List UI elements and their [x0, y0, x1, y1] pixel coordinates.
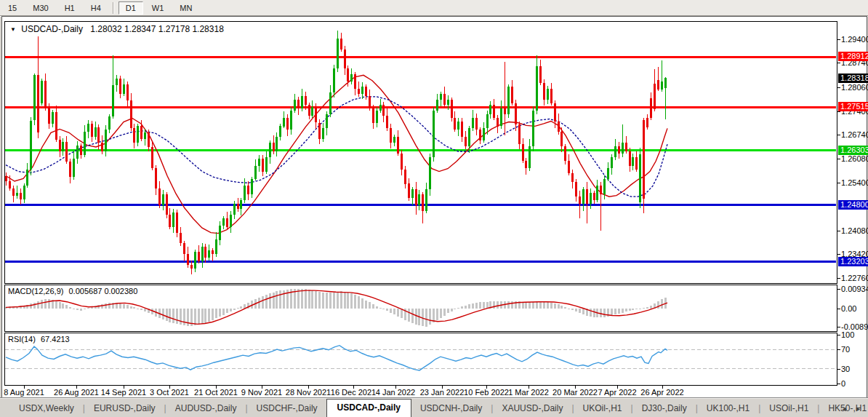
candle-body [62, 142, 64, 151]
macd-histogram-bar [208, 309, 210, 322]
candle-body [140, 126, 142, 139]
macd-histogram-bar [48, 299, 50, 309]
macd-histogram-bar [301, 289, 303, 309]
macd-histogram-bar [105, 303, 107, 309]
macd-histogram-bar [382, 309, 385, 309]
macd-histogram-bar [560, 306, 563, 309]
candle-wick [212, 248, 213, 261]
date-label: 26 Aug 2021 [54, 388, 99, 397]
macd-histogram-bar [176, 309, 178, 325]
candle-body [457, 122, 459, 130]
macd-indicator-label: MACD(12,26,9) 0.005687 0.002380 [8, 287, 137, 295]
rsi-axis-label: 100 [841, 330, 854, 339]
price-tick-label: 1.29400 [841, 35, 868, 44]
macd-histogram-bar [215, 309, 217, 319]
candle-body [376, 111, 378, 123]
macd-histogram-bar [33, 303, 36, 309]
macd-histogram-bar [108, 303, 110, 309]
macd-histogram-bar [55, 301, 57, 309]
tab-dj30-daily[interactable]: DJ30-,Daily [633, 400, 696, 417]
macd-histogram-bar [497, 301, 499, 309]
candle-body [247, 186, 249, 194]
candle-body [603, 179, 606, 195]
date-label: 1 Mar 2022 [508, 388, 549, 397]
candle-body [654, 84, 656, 110]
candle-body [625, 143, 627, 151]
chart-title: ▼ USDCAD-,Daily 1.28032 1.28347 1.27178 … [10, 24, 224, 34]
date-label: 20 Mar 2022 [552, 388, 598, 397]
tab-xauusd-daily[interactable]: XAUUSD-,Daily [493, 400, 571, 417]
tab-eurusd-daily[interactable]: EURUSD-,Daily [85, 400, 164, 417]
chart-canvas[interactable] [0, 0, 868, 417]
macd-histogram-bar [568, 309, 570, 309]
candle-body [468, 128, 470, 146]
candle-body [91, 124, 93, 137]
macd-histogram-bar [347, 293, 349, 309]
candle-body [350, 74, 353, 82]
scroll-right-icon[interactable]: ► [855, 405, 864, 413]
macd-histogram-bar [532, 302, 534, 309]
candle-body [41, 81, 43, 103]
macd-histogram-bar [201, 309, 204, 325]
candle-wick [17, 186, 17, 199]
date-label: 10 Feb 2022 [464, 388, 509, 397]
candle-body [286, 118, 289, 130]
macd-histogram-bar [507, 301, 510, 309]
chart-tab-bar: USDX,Weekly|EURUSD-,Daily|AUDUSD-,Daily|… [0, 397, 868, 417]
candle-body [539, 66, 542, 83]
macd-histogram-bar [547, 302, 549, 309]
macd-histogram-bar [326, 293, 328, 308]
candle-body [483, 128, 485, 140]
candle-body [639, 154, 641, 202]
macd-histogram-bar [62, 303, 64, 308]
tab-usdcnh-daily[interactable]: USDCNH-,Daily [411, 400, 491, 417]
macd-histogram-bar [76, 309, 79, 310]
macd-histogram-bar [123, 304, 125, 309]
candle-body [404, 170, 406, 184]
macd-axis-label: 0.009345 [841, 285, 868, 293]
candle-body [237, 204, 239, 209]
price-tick-label: 1.26740 [841, 130, 868, 139]
macd-histogram-bar [440, 309, 442, 318]
tab-usdcad-daily[interactable]: USDCAD-,Daily [326, 399, 411, 417]
scroll-left-icon[interactable]: ◄ [841, 405, 851, 413]
macd-histogram-bar [276, 291, 278, 308]
date-label: 23 Jan 2022 [420, 388, 465, 397]
candle-body [301, 96, 303, 108]
macd-histogram-bar [87, 308, 89, 309]
macd-histogram-bar [386, 309, 388, 311]
candle-body [9, 181, 11, 188]
macd-histogram-bar [397, 309, 399, 317]
candle-body [258, 159, 260, 166]
rsi-indicator-label: RSI(14) 67.4213 [8, 335, 70, 343]
tab-usdchf-daily[interactable]: USDCHF-,Daily [248, 400, 326, 417]
candle-body [401, 154, 403, 170]
candle-body [65, 142, 68, 162]
price-badge: 1.28318 [838, 74, 868, 83]
macd-histogram-bar [558, 304, 560, 309]
candle-body [97, 127, 100, 143]
candle-body [475, 118, 478, 130]
macd-histogram-bar [305, 289, 307, 308]
candle-body [593, 193, 595, 200]
macd-histogram-bar [283, 290, 285, 309]
tab-ukoil-h1[interactable]: UKOil-,H1 [574, 400, 631, 417]
tab-usoil-h1[interactable]: USOil-,H1 [760, 400, 817, 417]
tab-usdx-weekly[interactable]: USDX,Weekly [10, 400, 83, 417]
candle-body [76, 146, 79, 159]
macd-histogram-bar [286, 290, 289, 309]
candle-body [84, 132, 86, 155]
candle-body [133, 128, 135, 143]
tab-audusd-daily[interactable]: AUDUSD-,Daily [166, 400, 246, 417]
price-badge: 1.26303 [838, 146, 868, 155]
macd-histogram-bar [429, 309, 431, 325]
tab-uk100-h1[interactable]: UK100-,H1 [698, 400, 758, 417]
candle-body [37, 75, 39, 132]
candle-body [308, 105, 310, 116]
candle-body [119, 79, 121, 94]
macd-histogram-bar [632, 309, 634, 311]
candle-body [369, 96, 371, 108]
candle-body [80, 146, 82, 155]
candle-body [69, 162, 71, 177]
macd-histogram-bar [393, 309, 395, 315]
